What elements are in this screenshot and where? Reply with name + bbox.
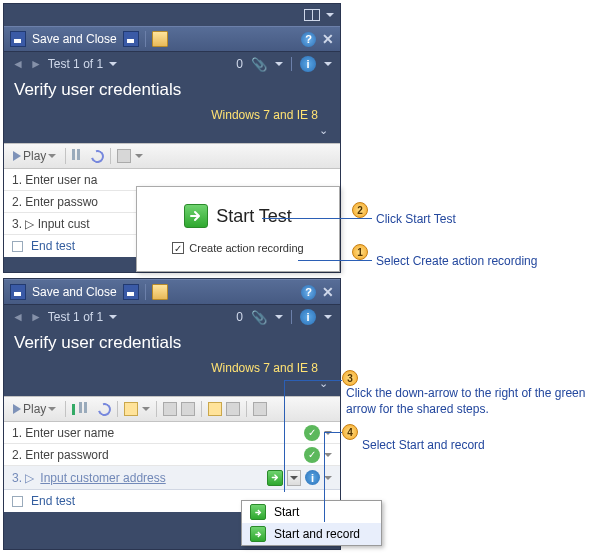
result-dropdown-icon[interactable] <box>324 453 332 457</box>
pass-icon[interactable]: ✓ <box>304 425 320 441</box>
save-and-close-button[interactable]: Save and Close <box>32 32 117 46</box>
step-text: 1. Enter user na <box>12 173 97 187</box>
step-text: 2. Enter passwo <box>12 195 98 209</box>
checkbox-icon: ✓ <box>172 242 184 254</box>
test-config: Windows 7 and IE 8 <box>4 108 340 124</box>
step-text: 2. Enter password <box>12 448 109 462</box>
test-tab-label[interactable]: Test 1 of 1 <box>48 310 103 324</box>
menu-item-start[interactable]: Start <box>242 501 381 523</box>
tool-icon-b[interactable] <box>181 402 195 416</box>
test-tab-label[interactable]: Test 1 of 1 <box>48 57 103 71</box>
help-icon[interactable]: ? <box>301 32 316 47</box>
info-dropdown-icon[interactable] <box>324 315 332 319</box>
callout-text-1: Select Create action recording <box>376 254 537 268</box>
step-text: End test <box>31 494 75 508</box>
play-button[interactable]: Play <box>10 148 59 164</box>
callout-badge-2: 2 <box>352 202 368 218</box>
next-icon[interactable]: ► <box>30 310 42 324</box>
test-config: Windows 7 and IE 8 <box>4 361 340 377</box>
tool-icon-c[interactable] <box>208 402 222 416</box>
test-title: Verify user credentials <box>4 76 340 108</box>
reset-icon[interactable] <box>96 400 114 418</box>
tab-dropdown-icon[interactable] <box>109 62 117 66</box>
prev-icon[interactable]: ◄ <box>12 310 24 324</box>
main-toolbar: Save and Close ? ✕ <box>4 26 340 52</box>
chevron-down-icon[interactable] <box>326 13 334 17</box>
close-icon[interactable]: ✕ <box>322 284 334 300</box>
callout-text-2: Click Start Test <box>376 212 456 226</box>
callout-line <box>262 218 372 219</box>
start-shared-step-icon[interactable] <box>267 470 283 486</box>
menu-item-start-and-record[interactable]: Start and record <box>242 523 381 545</box>
pause-icon[interactable] <box>72 149 87 164</box>
active-result-icon[interactable]: i <box>305 470 320 485</box>
info-icon[interactable]: i <box>300 309 316 325</box>
info-dropdown-icon[interactable] <box>324 62 332 66</box>
play-dropdown-icon <box>48 407 56 411</box>
tool-dropdown-icon[interactable] <box>142 407 150 411</box>
shared-step-row[interactable]: 3. ▷ Input customer address i <box>4 466 340 490</box>
info-icon[interactable]: i <box>300 56 316 72</box>
tool-icon-a[interactable] <box>163 402 177 416</box>
open-folder-icon[interactable] <box>152 31 168 47</box>
stop-icon <box>12 241 23 252</box>
save-icon[interactable] <box>10 31 26 47</box>
steps-list-2: 1. Enter user name ✓ 2. Enter password ✓… <box>4 422 340 512</box>
main-toolbar: Save and Close ? ✕ <box>4 279 340 305</box>
attachment-count: 0 <box>236 57 243 71</box>
tool-icon-e[interactable] <box>253 402 267 416</box>
play-icon <box>13 404 21 414</box>
callout-text-3: Click the down-arrow to the right of the… <box>346 386 586 417</box>
attach-dropdown-icon[interactable] <box>275 62 283 66</box>
play-label: Play <box>23 149 46 163</box>
test-tab-row: ◄ ► Test 1 of 1 0 📎 i <box>4 305 340 329</box>
open-folder-icon[interactable] <box>152 284 168 300</box>
shared-step-dropdown-menu: Start Start and record <box>241 500 382 546</box>
attach-dropdown-icon[interactable] <box>275 315 283 319</box>
tool-icon-d[interactable] <box>226 402 240 416</box>
save-icon[interactable] <box>10 284 26 300</box>
callout-line <box>284 380 342 381</box>
record-bar-icon[interactable] <box>72 404 75 415</box>
callout-line <box>324 432 342 433</box>
start-test-button[interactable]: Start Test <box>184 204 292 228</box>
screenshot-icon[interactable] <box>124 402 138 416</box>
panel-layout-icon[interactable] <box>304 9 320 21</box>
save-and-close-button[interactable]: Save and Close <box>32 285 117 299</box>
attachment-icon[interactable]: 📎 <box>251 57 267 72</box>
play-button[interactable]: Play <box>10 401 59 417</box>
start-arrow-icon <box>184 204 208 228</box>
close-icon[interactable]: ✕ <box>322 31 334 47</box>
pass-icon[interactable]: ✓ <box>304 447 320 463</box>
tool-dropdown-icon[interactable] <box>135 154 143 158</box>
tool-icon-1[interactable] <box>117 149 131 163</box>
callout-badge-4: 4 <box>342 424 358 440</box>
play-icon <box>13 151 21 161</box>
next-icon[interactable]: ► <box>30 57 42 71</box>
step-row[interactable]: 1. Enter user name ✓ <box>4 422 340 444</box>
collapse-chevron-icon[interactable]: ⌄ <box>4 124 340 143</box>
menu-label: Start <box>274 505 299 519</box>
step-text: 1. Enter user name <box>12 426 114 440</box>
step-text: End test <box>31 239 75 253</box>
play-label: Play <box>23 402 46 416</box>
create-action-recording-checkbox[interactable]: ✓ Create action recording <box>172 242 303 254</box>
pause-icon[interactable] <box>79 402 94 417</box>
step-number: 3. ▷ <box>12 471 34 485</box>
play-toolbar: Play <box>4 396 340 422</box>
reset-icon[interactable] <box>89 147 107 165</box>
start-test-label: Start Test <box>216 206 292 227</box>
step-row[interactable]: 2. Enter password ✓ <box>4 444 340 466</box>
save-icon-2[interactable] <box>123 31 139 47</box>
tab-dropdown-icon[interactable] <box>109 315 117 319</box>
attachment-icon[interactable]: 📎 <box>251 310 267 325</box>
save-icon-2[interactable] <box>123 284 139 300</box>
result-dropdown-icon[interactable] <box>324 476 332 480</box>
test-title: Verify user credentials <box>4 329 340 361</box>
shared-step-dropdown-toggle[interactable] <box>287 470 301 486</box>
help-icon[interactable]: ? <box>301 285 316 300</box>
prev-icon[interactable]: ◄ <box>12 57 24 71</box>
shared-step-link[interactable]: Input customer address <box>40 471 165 485</box>
test-tab-row: ◄ ► Test 1 of 1 0 📎 i <box>4 52 340 76</box>
start-arrow-icon <box>250 504 266 520</box>
